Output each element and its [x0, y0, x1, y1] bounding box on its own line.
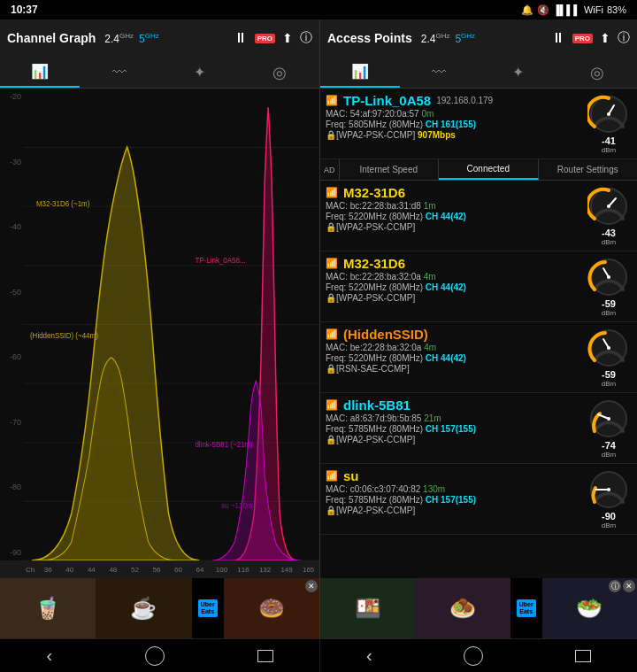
info-icon[interactable]: ⓘ — [300, 30, 312, 46]
left-ad: 🧋 ☕ UberEats 🍩 ✕ — [0, 578, 320, 638]
wifi-signal-icon: WiFi — [584, 4, 603, 15]
bottom-section: 🧋 ☕ UberEats 🍩 ✕ 🍱 🧆 UberEats 🥗 ✕ ⓘ ‹ — [0, 578, 637, 672]
pro-badge: PRO — [255, 34, 275, 43]
right-tab-wave[interactable]: 〰 — [400, 57, 480, 88]
tab-star[interactable]: ✦ — [160, 57, 240, 88]
x-label-ch: Ch — [23, 566, 37, 574]
ap-mac-su: MAC: c0:06:c3:07:40:82 130m — [326, 484, 582, 494]
x-label-56: 56 — [146, 566, 168, 574]
right-pause-button[interactable]: ⏸ — [551, 30, 565, 46]
right-target-icon: ◎ — [590, 63, 604, 82]
ap-item-su[interactable]: 📶 su MAC: c0:06:c3:07:40:82 130m Freq: 5… — [320, 464, 637, 535]
x-label-64: 64 — [189, 566, 211, 574]
y-label-60: -60 — [0, 352, 23, 361]
status-bar: 10:37 🔔 🔇 ▐▌▌▌ WiFi 83% — [0, 0, 637, 19]
ap-signal-val-hidden: -59 — [586, 369, 632, 380]
ad-info-right[interactable]: ⓘ — [609, 580, 621, 592]
x-axis: Ch 36 40 44 48 52 56 60 64 100 116 132 1… — [0, 560, 319, 578]
ap-signal-val-m32-2: -59 — [586, 298, 632, 309]
ap-mac-m32-1: MAC: bc:22:28:ba:31:d8 1m — [326, 201, 582, 211]
right-back-button[interactable]: ‹ — [366, 645, 372, 666]
svg-point-23 — [607, 417, 610, 421]
channel-graph-svg: M32-31D6 (~1m) (HiddenSSID) (~44m) TP-Li… — [23, 89, 319, 560]
wifi-icon-tplink: 📶 — [326, 95, 338, 106]
graph-label-su: su ~130m — [221, 502, 252, 510]
ap-signal-val-su: -90 — [586, 511, 632, 521]
right-freq-24: 2.4GHz — [421, 32, 450, 45]
ap-item-dlink[interactable]: 📶 dlink-5B81 MAC: a8:63:7d:9b:5b:85 21m … — [320, 393, 637, 464]
y-axis: -20 -30 -40 -50 -60 -70 -80 -90 — [0, 89, 23, 560]
conn-tab-connected[interactable]: Connected — [439, 159, 539, 180]
right-share-icon[interactable]: ⬆ — [600, 31, 610, 45]
ap-item-m32-1[interactable]: 📶 M32-31D6 MAC: bc:22:28:ba:31:d8 1m Fre… — [320, 181, 637, 251]
ap-item-tplink[interactable]: 📶 TP-Link_0A58 192.168.0.179 MAC: 54:af:… — [320, 89, 637, 159]
left-back-button[interactable]: ‹ — [46, 645, 52, 666]
graph-label-m32: M32-31D6 (~1m) — [36, 200, 90, 208]
conn-tab-internet-speed[interactable]: Internet Speed — [340, 159, 440, 180]
share-icon[interactable]: ⬆ — [282, 31, 293, 45]
svg-point-11 — [607, 112, 610, 116]
right-info-icon[interactable]: ⓘ — [618, 30, 630, 46]
tab-bar-chart[interactable]: 📊 — [0, 57, 80, 88]
signal-icon: ▐▌▌▌ — [553, 4, 580, 15]
graph-area: -20 -30 -40 -50 -60 -70 -80 -90 — [0, 89, 319, 560]
ap-item-hidden[interactable]: 📶 (HiddenSSID) MAC: be:22:28:ba:32:0a 4m… — [320, 322, 637, 393]
y-label-70: -70 — [0, 418, 23, 427]
y-label-20: -20 — [0, 92, 23, 101]
ap-info-tplink: 📶 TP-Link_0A58 192.168.0.179 MAC: 54:af:… — [326, 93, 582, 140]
ap-freq-m32-1: Freq: 5220MHz (80MHz) CH 44(42) — [326, 212, 582, 221]
ap-freq-dlink: Freq: 5785MHz (80MHz) CH 157(155) — [326, 424, 582, 434]
left-home-button[interactable] — [145, 646, 165, 666]
wifi-icon-m32-2: 📶 — [326, 258, 338, 269]
ad-close-right[interactable]: ✕ — [623, 580, 635, 592]
ap-signal-unit-hidden: dBm — [586, 380, 632, 388]
right-panel-title: Access Points — [327, 31, 412, 45]
ap-name-row-hidden: 📶 (HiddenSSID) — [326, 327, 582, 342]
left-controls: ⏸ PRO ⬆ ⓘ — [234, 30, 312, 46]
tab-wave[interactable]: 〰 — [80, 57, 159, 88]
ap-signal-unit-tplink: dBm — [586, 146, 632, 154]
conn-tab-router-settings[interactable]: Router Settings — [539, 159, 637, 180]
right-recent-button[interactable] — [575, 650, 591, 662]
right-tab-bar-chart[interactable]: 📊 — [320, 57, 400, 88]
ad-food-4: 🍱 — [320, 578, 415, 638]
ap-info-dlink: 📶 dlink-5B81 MAC: a8:63:7d:9b:5b:85 21m … — [326, 398, 582, 444]
ad-uber-right: UberEats — [510, 578, 542, 638]
ap-sec-m32-2: 🔒[WPA2-PSK-CCMP] — [326, 293, 582, 303]
left-recent-button[interactable] — [257, 650, 273, 662]
tab-target[interactable]: ◎ — [240, 57, 319, 88]
right-tab-bar: 📊 〰 ✦ ◎ — [320, 57, 637, 89]
ap-name-row-m32-1: 📶 M32-31D6 — [326, 185, 582, 200]
ap-list: 📶 TP-Link_0A58 192.168.0.179 MAC: 54:af:… — [320, 89, 637, 578]
ap-info-m32-1: 📶 M32-31D6 MAC: bc:22:28:ba:31:d8 1m Fre… — [326, 185, 582, 232]
ap-name-row-tplink: 📶 TP-Link_0A58 192.168.0.179 — [326, 93, 582, 108]
star-icon: ✦ — [194, 64, 205, 81]
right-panel: Access Points 2.4GHz 5GHz ⏸ PRO ⬆ ⓘ 📊 〰 … — [320, 19, 637, 578]
left-nav: ‹ — [0, 639, 320, 672]
ap-gauge-tplink: -41 dBm — [586, 93, 632, 154]
ad-close-left[interactable]: ✕ — [305, 580, 318, 592]
ap-name-row-dlink: 📶 dlink-5B81 — [326, 398, 582, 413]
mute-icon: 🔇 — [537, 4, 549, 16]
x-label-52: 52 — [124, 566, 146, 574]
ap-signal-unit-m32-1: dBm — [586, 238, 632, 246]
x-label-48: 48 — [103, 566, 125, 574]
right-tab-target[interactable]: ◎ — [558, 57, 638, 88]
ap-item-m32-2[interactable]: 📶 M32-31D6 MAC: bc:22:28:ba:32:0a 4m Fre… — [320, 251, 637, 322]
ad-uber-left: UberEats — [192, 578, 224, 638]
ap-name-m32-2: M32-31D6 — [343, 256, 405, 271]
right-tab-star[interactable]: ✦ — [479, 57, 558, 88]
pause-button[interactable]: ⏸ — [234, 30, 248, 46]
left-panel: Channel Graph 2.4GHz 5GHz ⏸ PRO ⬆ ⓘ 📊 〰 … — [0, 19, 320, 578]
right-home-button[interactable] — [464, 646, 483, 666]
ap-mac-m32-2: MAC: bc:22:28:ba:32:0a 4m — [326, 272, 582, 282]
ap-signal-unit-dlink: dBm — [586, 451, 632, 459]
ap-freq-hidden: Freq: 5220MHz (80MHz) CH 44(42) — [326, 353, 582, 363]
freq-5-label: 5GHz — [139, 32, 159, 45]
x-label-44: 44 — [81, 566, 103, 574]
y-label-40: -40 — [0, 222, 23, 231]
graph-label-hidden: (HiddenSSID) (~44m) — [30, 332, 98, 340]
ap-freq-tplink: Freq: 5805MHz (80MHz) CH 161(155) — [326, 120, 582, 129]
y-label-80: -80 — [0, 483, 23, 491]
ap-name-hidden: (HiddenSSID) — [343, 327, 428, 342]
